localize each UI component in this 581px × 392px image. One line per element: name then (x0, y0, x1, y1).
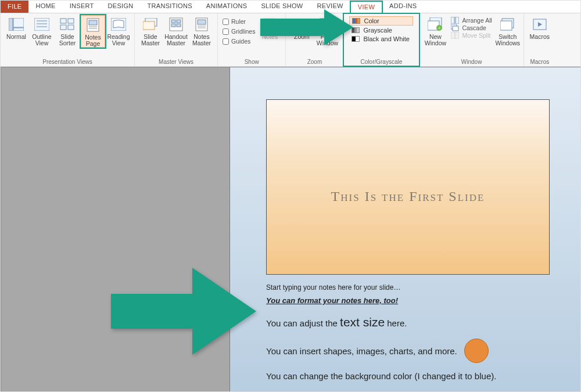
notes-master-button[interactable]: Notes Master (189, 15, 214, 46)
grayscale-mode-button[interactable]: Grayscale (349, 26, 413, 34)
notes-master-icon (195, 17, 208, 31)
svg-rect-0 (9, 18, 13, 31)
move-split-icon (451, 32, 459, 39)
group-label-macros: Macros (530, 58, 549, 66)
notes-line-5: You can change the background color (I c… (266, 371, 568, 381)
group-label-master-views: Master Views (159, 58, 193, 66)
handout-master-button[interactable]: Handout Master (164, 15, 188, 46)
macros-icon (532, 18, 547, 31)
reading-view-icon (111, 18, 126, 31)
group-color-grayscale: Color Grayscale Black and White Color/Gr… (343, 13, 419, 66)
normal-view-icon (9, 18, 24, 31)
slide-thumbnail[interactable]: This Is the First Slide (266, 99, 550, 275)
svg-rect-1 (13, 18, 24, 27)
slide-master-button[interactable]: Slide Master (138, 15, 163, 46)
tab-file[interactable]: FILE (1, 1, 28, 13)
switch-windows-icon (500, 18, 515, 31)
svg-rect-9 (60, 25, 66, 30)
arrange-all-button[interactable]: Arrange All (449, 17, 494, 24)
tab-view[interactable]: VIEW (350, 1, 382, 13)
notes-line-2: You can format your notes here, too! (266, 296, 568, 305)
tab-addins[interactable]: ADD-INS (382, 1, 424, 13)
group-label-presentation-views: Presentation Views (42, 58, 92, 66)
macros-button[interactable]: Macros (528, 15, 552, 40)
svg-rect-45 (500, 21, 512, 30)
reading-view-button[interactable]: Reading View (106, 15, 131, 46)
notes-line-1: Start typing your notes here for your sl… (266, 283, 568, 292)
group-master-views: Slide Master Handout Master Notes Master… (135, 13, 218, 66)
svg-rect-22 (177, 24, 181, 27)
annotation-arrow-top (260, 9, 353, 45)
svg-rect-20 (177, 20, 181, 23)
guides-checkbox[interactable]: Guides (221, 37, 256, 45)
svg-rect-21 (171, 24, 175, 27)
svg-rect-41 (453, 26, 458, 31)
svg-rect-17 (143, 21, 155, 30)
color-swatch-icon (352, 18, 360, 24)
slide-title: This Is the First Slide (331, 189, 485, 204)
svg-rect-39 (456, 17, 459, 24)
notes-page-icon (87, 18, 99, 32)
switch-windows-button[interactable]: Switch Windows (496, 15, 520, 46)
group-presentation-views: Normal Outline View Slide Sorter Notes P… (1, 13, 135, 66)
new-window-icon: + (428, 17, 443, 31)
color-mode-button[interactable]: Color (349, 16, 413, 26)
svg-rect-7 (60, 19, 66, 23)
svg-rect-3 (34, 18, 49, 31)
workspace: This Is the First Slide Start typing you… (1, 67, 580, 391)
orange-circle-shape[interactable] (464, 339, 489, 363)
cascade-icon (451, 24, 459, 31)
group-macros: Macros Macros (524, 13, 555, 66)
tab-transitions[interactable]: TRANSITIONS (141, 1, 199, 13)
group-label-show: Show (245, 58, 259, 66)
gridlines-checkbox[interactable]: Gridlines (221, 27, 256, 35)
svg-rect-8 (68, 19, 74, 23)
group-window: + New Window Arrange All Cascade Move Sp… (419, 13, 523, 66)
notes-line-3: You can adjust the text size here. (266, 315, 568, 329)
move-split-button: Move Split (449, 32, 494, 39)
svg-rect-10 (68, 25, 74, 30)
svg-rect-24 (198, 20, 206, 24)
ruler-checkbox[interactable]: Ruler (221, 17, 256, 26)
arrange-all-icon (451, 17, 459, 24)
svg-rect-2 (13, 28, 24, 31)
svg-rect-19 (171, 20, 175, 23)
tab-animations[interactable]: ANIMATIONS (199, 1, 254, 13)
group-label-zoom: Zoom (307, 58, 322, 66)
cascade-button[interactable]: Cascade (449, 24, 494, 31)
annotation-arrow-bottom (111, 268, 256, 355)
group-label-color: Color/Grayscale (361, 58, 403, 66)
svg-rect-38 (451, 17, 454, 24)
handout-master-icon (169, 17, 183, 31)
new-window-button[interactable]: + New Window (423, 15, 447, 46)
group-label-window: Window (461, 58, 482, 66)
slide-sorter-icon (60, 18, 75, 31)
svg-text:+: + (438, 26, 441, 31)
slide-master-icon (143, 18, 158, 31)
notes-text-block[interactable]: Start typing your notes here for your sl… (266, 283, 568, 381)
tab-home[interactable]: HOME (28, 1, 62, 13)
outline-view-icon (34, 18, 49, 31)
tab-design[interactable]: DESIGN (101, 1, 141, 13)
normal-button[interactable]: Normal (4, 15, 28, 40)
slide-sorter-button[interactable]: Slide Sorter (55, 15, 80, 46)
bw-mode-button[interactable]: Black and White (349, 35, 413, 43)
svg-rect-12 (89, 20, 97, 25)
notes-page-button[interactable]: Notes Page (81, 15, 105, 48)
tab-insert[interactable]: INSERT (63, 1, 101, 13)
notes-page-canvas[interactable]: This Is the First Slide Start typing you… (229, 67, 580, 391)
notes-line-4: You can insert shapes, images, charts, a… (266, 339, 568, 363)
outline-view-button[interactable]: Outline View (30, 15, 54, 46)
